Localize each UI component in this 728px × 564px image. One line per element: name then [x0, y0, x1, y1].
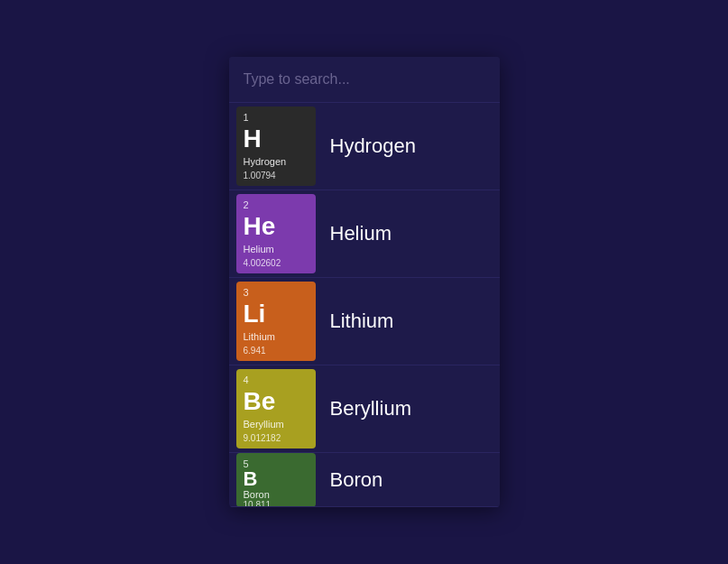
element-name-small: Hydrogen: [244, 156, 309, 167]
element-card: 1 H Hydrogen 1.00794: [236, 106, 316, 186]
element-list: 1 H Hydrogen 1.00794 Hydrogen 2 He Heliu…: [229, 103, 500, 507]
search-bar: [229, 57, 500, 103]
element-symbol: Li: [244, 301, 309, 327]
element-name-small: Beryllium: [244, 419, 309, 430]
element-symbol: B: [244, 469, 309, 489]
element-weight: 4.002602: [244, 258, 309, 268]
element-name-small: Helium: [244, 244, 309, 254]
list-item[interactable]: 4 Be Beryllium 9.012182 Beryllium: [229, 365, 500, 453]
search-input[interactable]: [244, 71, 485, 88]
element-weight: 6.941: [244, 346, 309, 356]
element-panel: 1 H Hydrogen 1.00794 Hydrogen 2 He Heliu…: [229, 57, 500, 507]
list-item[interactable]: 1 H Hydrogen 1.00794 Hydrogen: [229, 103, 500, 190]
element-name-large: Helium: [330, 222, 392, 245]
element-name-large: Lithium: [330, 310, 394, 333]
element-symbol: He: [244, 214, 309, 239]
element-card: 2 He Helium 4.002602: [236, 194, 316, 273]
list-item[interactable]: 3 Li Lithium 6.941 Lithium: [229, 278, 500, 365]
atomic-number: 3: [244, 287, 309, 298]
atomic-number: 1: [244, 112, 309, 123]
element-weight: 1.00794: [244, 171, 309, 180]
atomic-number: 4: [244, 374, 309, 385]
atomic-number: 2: [244, 199, 309, 210]
element-weight: 9.012182: [244, 433, 309, 443]
element-card: 3 Li Lithium 6.941: [236, 282, 316, 361]
element-weight: 10.811: [244, 500, 309, 508]
element-name-small: Boron: [244, 489, 309, 500]
element-symbol: H: [244, 126, 309, 152]
element-card: 4 Be Beryllium 9.012182: [236, 369, 316, 448]
list-item[interactable]: 2 He Helium 4.002602 Helium: [229, 190, 500, 278]
element-name-large: Beryllium: [330, 397, 411, 421]
element-name-large: Hydrogen: [330, 134, 416, 158]
element-symbol: Be: [244, 389, 309, 414]
element-name-small: Lithium: [244, 331, 309, 342]
element-name-large: Boron: [330, 468, 383, 492]
element-card: 5 B Boron 10.811: [236, 453, 316, 507]
list-item[interactable]: 5 B Boron 10.811 Boron: [229, 453, 500, 507]
